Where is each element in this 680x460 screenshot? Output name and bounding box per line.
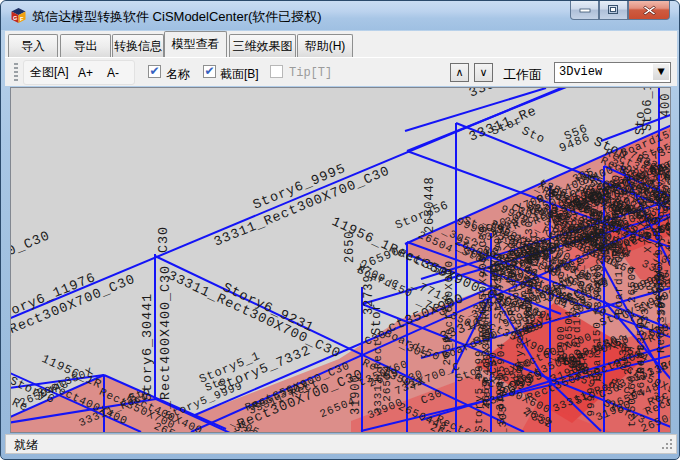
svg-text:31900: 31900 bbox=[555, 325, 567, 363]
svg-text:Sto: Sto bbox=[634, 111, 648, 135]
svg-text:Sto: Sto bbox=[519, 124, 547, 147]
svg-text:33311_Rect300X700_C30: 33311_Rect300X700_C30 bbox=[165, 268, 343, 361]
svg-text:2650: 2650 bbox=[343, 231, 357, 263]
svg-text:400: 400 bbox=[659, 93, 670, 117]
svg-text:_Rect600X600: _Rect600X600 bbox=[443, 260, 455, 351]
svg-text:G: G bbox=[13, 15, 17, 21]
svg-text:7332: 7332 bbox=[497, 294, 509, 324]
svg-text:Story4_5904: Story4_5904 bbox=[495, 342, 507, 425]
svg-text:C30: C30 bbox=[156, 226, 171, 253]
svg-text:00_C30: 00_C30 bbox=[11, 228, 52, 263]
svg-text:_Rect400X400_C30: _Rect400X400_C30 bbox=[158, 265, 173, 410]
